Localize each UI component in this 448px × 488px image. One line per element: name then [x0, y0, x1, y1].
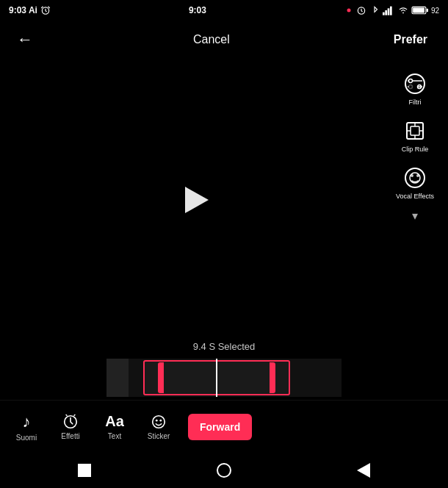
svg-point-11 — [409, 79, 413, 83]
status-left: 9:03 Ai — [9, 5, 51, 15]
svg-point-17 — [409, 85, 413, 89]
wifi-icon — [397, 5, 409, 15]
nav-back-button[interactable] — [347, 454, 380, 487]
svg-point-31 — [159, 419, 162, 421]
music-label: Suomi — [16, 434, 37, 442]
back-arrow-icon: ← — [17, 30, 33, 49]
prefer-button[interactable]: Prefer — [385, 29, 436, 51]
effects-label: Effetti — [61, 432, 79, 440]
vocal-effects-icon — [402, 165, 428, 191]
nav-circle-button[interactable] — [208, 454, 240, 487]
text-label: Text — [108, 432, 121, 440]
text-icon: Aa — [105, 413, 124, 430]
status-bar: 9:03 Ai 9:03 92 — [0, 0, 448, 21]
svg-point-26 — [411, 174, 413, 177]
svg-point-29 — [153, 415, 165, 428]
svg-rect-8 — [427, 9, 428, 12]
svg-point-1 — [347, 9, 350, 12]
tool-sticker[interactable]: Sticker — [138, 409, 179, 445]
nav-back-icon — [357, 463, 370, 478]
signal-icon — [383, 5, 394, 15]
alarm-icon-right — [356, 5, 366, 15]
tool-text[interactable]: Aa Text — [94, 409, 135, 445]
track-background[interactable] — [129, 359, 305, 397]
timeline-track — [0, 356, 448, 400]
play-triangle-icon — [185, 187, 209, 213]
track-playhead — [216, 359, 217, 397]
nav-square-button[interactable] — [68, 454, 101, 487]
status-time: 9:03 Ai — [9, 5, 37, 15]
clip-rule-icon — [402, 118, 428, 144]
clip-rule-label: Clip Rule — [402, 146, 429, 153]
svg-rect-9 — [413, 7, 424, 12]
tool-music[interactable]: ♪ Suomi — [6, 408, 47, 446]
svg-rect-4 — [385, 10, 387, 15]
bottom-toolbar: ♪ Suomi Effetti Aa Text Sticker Forward — [0, 400, 448, 453]
filter-icon — [402, 71, 428, 97]
svg-point-10 — [405, 74, 424, 93]
vocal-effects-label: Vocal Effects — [396, 193, 434, 200]
track-overflow-left — [106, 359, 129, 397]
nav-square-icon — [78, 464, 91, 477]
sticker-icon — [151, 414, 167, 430]
effects-icon — [62, 414, 79, 430]
filter-label: Filtri — [409, 98, 422, 106]
svg-rect-5 — [388, 8, 390, 15]
status-right: 92 — [344, 5, 439, 15]
back-button[interactable]: ← — [12, 26, 38, 53]
status-center-time: 9:03 — [189, 5, 206, 15]
vocal-effects-panel-item[interactable]: Vocal Effects — [391, 160, 438, 204]
sticker-label: Sticker — [148, 432, 170, 440]
nav-bar — [0, 453, 448, 488]
play-button[interactable] — [176, 182, 213, 218]
svg-point-24 — [405, 168, 424, 187]
svg-rect-19 — [411, 126, 419, 135]
clip-rule-panel-item[interactable]: Clip Rule — [397, 113, 433, 157]
top-bar: ← Cancel Prefer — [0, 21, 448, 59]
forward-button[interactable]: Forward — [188, 414, 252, 440]
filter-panel-item[interactable]: Filtri — [397, 66, 433, 110]
svg-point-27 — [416, 174, 419, 177]
alarm-icon — [40, 5, 51, 15]
expand-panel-button[interactable]: ▾ — [412, 209, 418, 223]
bluetooth-icon — [369, 5, 380, 15]
recording-icon — [344, 6, 353, 15]
battery-icon — [412, 6, 428, 15]
music-icon: ♪ — [23, 412, 31, 431]
track-handle-right[interactable] — [270, 362, 275, 393]
battery-pct: 92 — [431, 7, 439, 15]
nav-circle-icon — [217, 463, 231, 478]
svg-rect-6 — [390, 7, 392, 15]
cancel-button[interactable]: Cancel — [184, 29, 239, 51]
svg-rect-3 — [383, 12, 385, 15]
tool-effects[interactable]: Effetti — [50, 409, 91, 445]
video-area — [0, 59, 389, 341]
track-overflow-right — [305, 359, 342, 397]
svg-point-30 — [156, 419, 158, 421]
timeline-selected-label: 9.4 S Selected — [0, 341, 448, 352]
track-handle-left[interactable] — [158, 362, 164, 393]
